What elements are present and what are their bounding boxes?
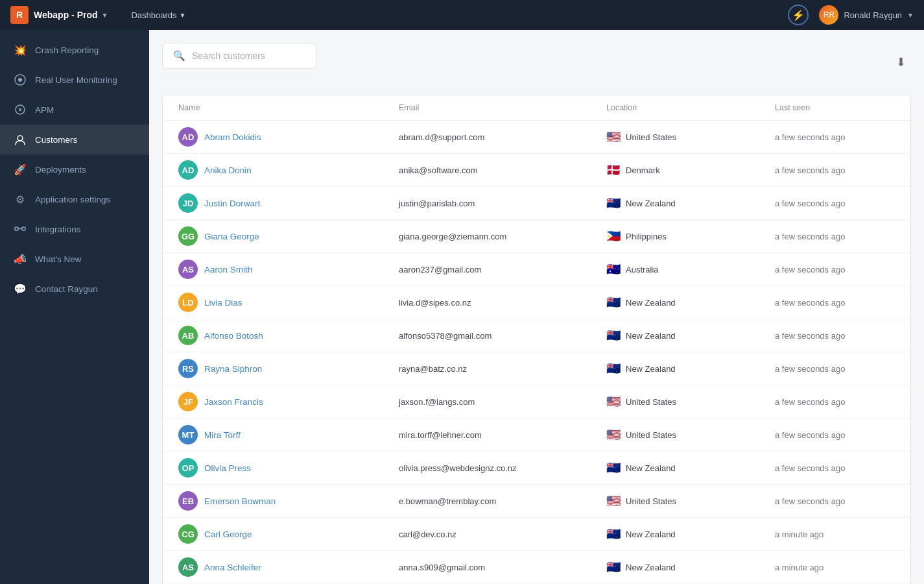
customer-name: Rayna Siphron — [204, 364, 262, 374]
location-text: New Zealand — [626, 298, 676, 308]
user-menu[interactable]: RR Ronald Raygun ▼ — [819, 5, 914, 25]
name-cell: MT Mira Torff — [178, 425, 399, 444]
table-row[interactable]: AD Abram Dokidis abram.d@support.com 🇺🇸 … — [163, 121, 910, 154]
sidebar-label-contact: Contact Raygun — [35, 284, 98, 294]
customer-email: abram.d@support.com — [399, 132, 484, 142]
last-seen: a few seconds ago — [775, 165, 845, 175]
lastseen-cell: a few seconds ago — [775, 495, 895, 507]
customer-name: Giana George — [204, 232, 259, 241]
customer-avatar: OP — [178, 458, 198, 478]
customer-email: livia.d@sipes.co.nz — [399, 298, 471, 308]
customer-name: Emerson Bowman — [204, 496, 276, 506]
customer-name: Anna Schleifer — [204, 563, 261, 572]
location-cell: 🇳🇿 New Zealand — [606, 196, 775, 210]
sidebar-item-contact-raygun[interactable]: 💬 Contact Raygun — [0, 274, 149, 304]
location-cell: 🇵🇭 Philippines — [606, 229, 775, 243]
customer-avatar: RS — [178, 359, 198, 378]
last-seen: a few seconds ago — [775, 232, 845, 241]
table-row[interactable]: AS Aaron Smith aaron237@gmail.com 🇦🇺 Aus… — [163, 253, 910, 286]
email-cell: aaron237@gmail.com — [399, 263, 606, 275]
email-cell: livia.d@sipes.co.nz — [399, 297, 606, 308]
flag-icon: 🇳🇿 — [606, 196, 621, 210]
svg-rect-6 — [22, 227, 25, 230]
sidebar-item-integrations[interactable]: Integrations — [0, 214, 149, 244]
flag-icon: 🇦🇺 — [606, 262, 621, 276]
customer-avatar: LD — [178, 293, 198, 312]
customer-email: olivia.press@webdesignz.co.nz — [399, 463, 517, 473]
sidebar-label-deployments: Deployments — [35, 165, 86, 175]
customer-name: Carl George — [204, 529, 252, 539]
email-cell: mira.torff@lehner.com — [399, 429, 606, 441]
location-cell: 🇳🇿 New Zealand — [606, 527, 775, 541]
customer-name: Alfonso Botosh — [204, 331, 263, 341]
location-cell: 🇺🇸 United States — [606, 130, 775, 144]
customer-name: Jaxson Francis — [204, 397, 263, 407]
sidebar-label-whats-new: What's New — [35, 254, 82, 264]
table-row[interactable]: CG Carl George carl@dev.co.nz 🇳🇿 New Zea… — [163, 518, 910, 551]
customer-email: giana.george@ziemann.com — [399, 232, 506, 241]
last-seen: a few seconds ago — [775, 397, 845, 407]
flag-icon: 🇳🇿 — [606, 295, 621, 310]
flag-icon: 🇺🇸 — [606, 494, 621, 508]
sidebar-item-customers[interactable]: Customers — [0, 125, 149, 154]
sidebar-item-real-user-monitoring[interactable]: Real User Monitoring — [0, 65, 149, 95]
table-row[interactable]: GG Giana George giana.george@ziemann.com… — [163, 220, 910, 253]
table-row[interactable]: JD Justin Dorwart justin@parislab.com 🇳🇿… — [163, 187, 910, 220]
app-name: Webapp - Prod — [34, 10, 98, 20]
location-cell: 🇳🇿 New Zealand — [606, 361, 775, 376]
email-cell: alfonso5378@gmail.com — [399, 330, 606, 341]
name-cell: OP Olivia Press — [178, 458, 399, 478]
sidebar-label-customers: Customers — [35, 135, 77, 145]
table-row[interactable]: AD Anika Donin anika@software.com 🇩🇰 Den… — [163, 154, 910, 187]
customer-avatar: AS — [178, 260, 198, 279]
integrations-icon — [13, 222, 27, 236]
customer-avatar: AB — [178, 326, 198, 345]
location-text: Australia — [626, 265, 659, 274]
table-row[interactable]: RS Rayna Siphron rayna@batz.co.nz 🇳🇿 New… — [163, 352, 910, 385]
location-text: New Zealand — [626, 199, 676, 208]
topbar-dashboards[interactable]: Dashboards ▼ — [123, 6, 193, 24]
location-cell: 🇳🇿 New Zealand — [606, 461, 775, 475]
svg-point-4 — [18, 136, 23, 141]
sidebar-item-whats-new[interactable]: 📣 What's New — [0, 244, 149, 274]
name-cell: AB Alfonso Botosh — [178, 326, 399, 345]
user-caret-icon: ▼ — [907, 12, 914, 19]
main-layout: 💥 Crash Reporting Real User Monitoring A… — [0, 30, 924, 584]
table-row[interactable]: MT Mira Torff mira.torff@lehner.com 🇺🇸 U… — [163, 419, 910, 452]
customer-avatar: EB — [178, 491, 198, 511]
app-caret-icon: ▼ — [102, 12, 108, 19]
email-cell: anika@software.com — [399, 164, 606, 176]
download-button[interactable]: ⬇ — [891, 53, 911, 72]
customer-email: mira.torff@lehner.com — [399, 430, 482, 440]
search-input[interactable] — [192, 51, 305, 61]
sidebar-item-crash-reporting[interactable]: 💥 Crash Reporting — [0, 35, 149, 65]
last-seen: a minute ago — [775, 529, 823, 539]
sidebar-item-application-settings[interactable]: ⚙ Application settings — [0, 184, 149, 214]
customer-avatar: AD — [178, 127, 198, 147]
flag-icon: 🇳🇿 — [606, 328, 621, 343]
table-row[interactable]: LD Livia Dias livia.d@sipes.co.nz 🇳🇿 New… — [163, 286, 910, 319]
table-row[interactable]: JF Jaxson Francis jaxson.f@langs.com 🇺🇸 … — [163, 385, 910, 419]
table-row[interactable]: OP Olivia Press olivia.press@webdesignz.… — [163, 452, 910, 485]
name-cell: AS Aaron Smith — [178, 260, 399, 279]
sidebar-label-settings: Application settings — [35, 195, 110, 204]
lightning-button[interactable]: ⚡ — [788, 5, 809, 25]
sidebar-item-apm[interactable]: APM — [0, 95, 149, 125]
flag-icon: 🇺🇸 — [606, 130, 621, 144]
whats-new-icon: 📣 — [13, 252, 27, 266]
customer-name: Mira Torff — [204, 430, 241, 440]
app-selector[interactable]: Webapp - Prod ▼ — [34, 10, 108, 20]
location-text: United States — [626, 430, 676, 440]
table-row[interactable]: EB Emerson Bowman e.bowman@tremblay.com … — [163, 485, 910, 518]
customer-email: jaxson.f@langs.com — [399, 397, 475, 407]
email-cell: e.bowman@tremblay.com — [399, 495, 606, 507]
sidebar-item-deployments[interactable]: 🚀 Deployments — [0, 154, 149, 184]
lastseen-cell: a minute ago — [775, 528, 895, 540]
table-row[interactable]: AB Alfonso Botosh alfonso5378@gmail.com … — [163, 319, 910, 352]
location-text: Denmark — [626, 165, 660, 175]
customer-avatar: JD — [178, 193, 198, 213]
name-cell: AD Anika Donin — [178, 160, 399, 180]
table-body: AD Abram Dokidis abram.d@support.com 🇺🇸 … — [163, 121, 910, 584]
lastseen-cell: a few seconds ago — [775, 263, 895, 275]
table-row[interactable]: AS Anna Schleifer anna.s909@gmail.com 🇳🇿… — [163, 551, 910, 584]
